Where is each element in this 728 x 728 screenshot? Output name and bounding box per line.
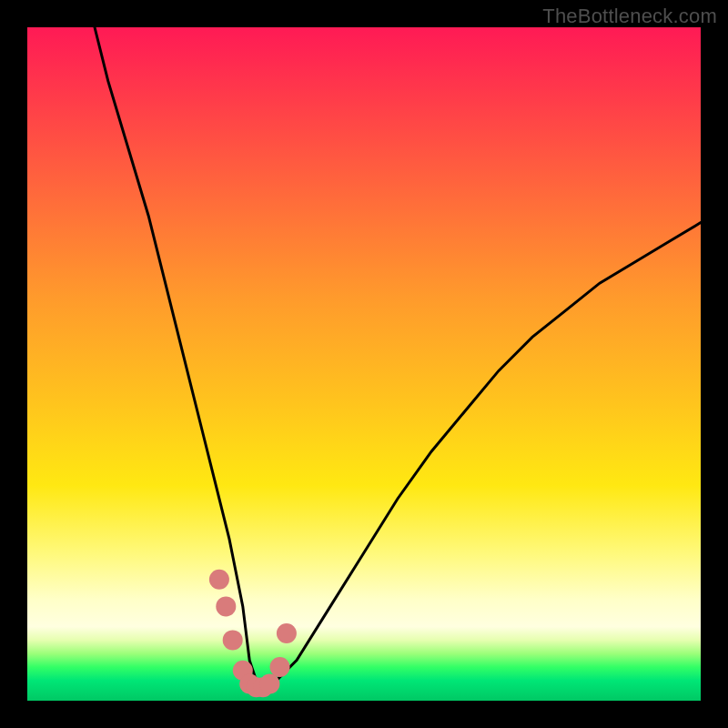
highlight-marker: [209, 570, 229, 590]
highlight-marker: [277, 623, 297, 643]
plot-area: [27, 27, 701, 701]
highlight-marker: [216, 596, 236, 616]
highlight-marker: [223, 630, 243, 650]
bottleneck-curve: [95, 27, 701, 687]
watermark-text: TheBottleneck.com: [542, 5, 717, 28]
curve-layer: [27, 27, 701, 701]
chart-frame: TheBottleneck.com: [0, 0, 728, 728]
highlight-markers: [209, 570, 297, 697]
highlight-marker: [259, 674, 279, 694]
highlight-marker: [270, 657, 290, 677]
